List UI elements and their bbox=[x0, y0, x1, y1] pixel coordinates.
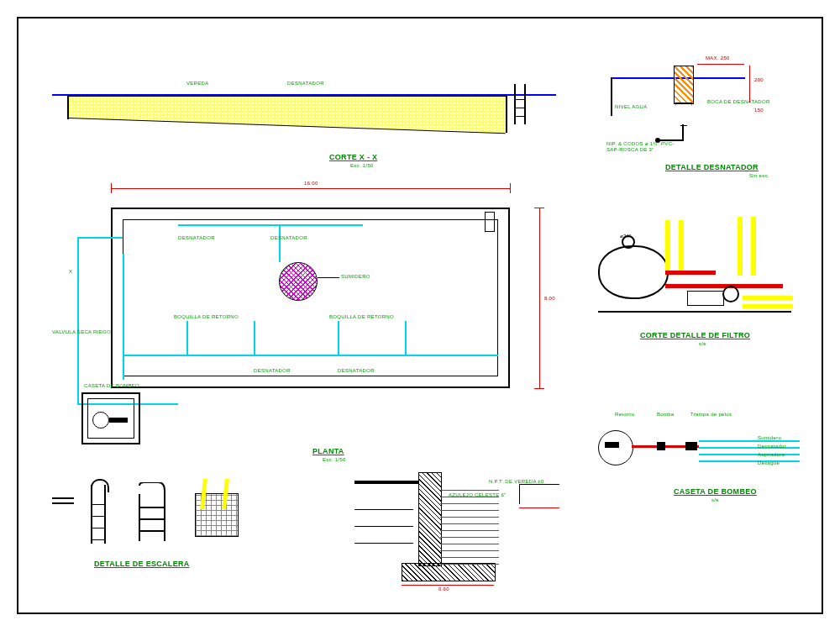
desnat-h1: 200 bbox=[754, 77, 764, 82]
sec-label-vereda: VEREDA bbox=[186, 81, 208, 86]
esc-rail2 bbox=[104, 485, 106, 544]
esc-step1 bbox=[91, 504, 106, 505]
pipe-top bbox=[178, 224, 363, 226]
pipe-2 bbox=[77, 237, 79, 405]
desnat-dim-v1 bbox=[749, 66, 750, 103]
esc-step2 bbox=[91, 516, 106, 517]
sec-ladder-step3 bbox=[514, 116, 526, 117]
plan-boq2: BOQUILLA DE RETORNO bbox=[329, 314, 394, 319]
caseta-desag: Desague bbox=[758, 460, 780, 465]
filtro-tank bbox=[598, 245, 669, 299]
filtro-pipe-v2 bbox=[679, 220, 684, 271]
sec-ladder-rail1 bbox=[514, 84, 516, 124]
dim-width-t2 bbox=[534, 388, 544, 389]
title-planta-scale: Esc. 1/50 bbox=[323, 457, 346, 462]
desnat-dim-top: MAX. 250 bbox=[706, 55, 730, 60]
esc-rail1 bbox=[91, 485, 92, 544]
muro-leader3 bbox=[354, 543, 413, 544]
muro-leader2 bbox=[354, 526, 413, 527]
plan-desnat2: DESNATADOR bbox=[270, 235, 307, 240]
sec-left bbox=[67, 96, 69, 119]
caseta-bomba: Bomba bbox=[657, 412, 675, 417]
muro-azulejo: AZULEJO CELESTE 6" bbox=[449, 492, 507, 497]
title-escalera: DETALLE DE ESCALERA bbox=[94, 560, 190, 568]
esc-top1 bbox=[52, 497, 74, 499]
pipe-drop3 bbox=[338, 321, 339, 355]
dim-width-line bbox=[539, 208, 540, 388]
pipe-top-drop bbox=[279, 224, 281, 262]
axis-x-left: X bbox=[69, 269, 72, 274]
inset-l bbox=[519, 484, 520, 504]
plan-desnat1: DESNATADOR bbox=[178, 235, 215, 240]
esc-top2 bbox=[52, 502, 74, 504]
pool-inner bbox=[123, 219, 498, 376]
caseta-filtro-label: Filtro bbox=[605, 442, 619, 448]
sec-label-desnatador: DESNATADOR bbox=[287, 81, 324, 86]
muro-dim-zapata: 0.60 bbox=[438, 586, 449, 592]
esc-arch bbox=[91, 479, 109, 492]
drain-leader bbox=[318, 277, 339, 278]
desnat-dim1 bbox=[697, 64, 744, 65]
drawing-sheet: VEREDA DESNATADOR CORTE X - X Esc. 1/50 … bbox=[0, 0, 840, 631]
muro-group: AZULEJO CELESTE 6" 0.60 bbox=[354, 472, 522, 590]
dim-length-t1 bbox=[111, 183, 112, 193]
plan-sumidero-label: SUMIDERO bbox=[341, 274, 370, 279]
caseta-pump-icon bbox=[109, 418, 128, 423]
sheet-frame: VEREDA DESNATADOR CORTE X - X Esc. 1/50 … bbox=[17, 17, 823, 614]
caseta-valve1 bbox=[657, 442, 665, 450]
sec-top bbox=[69, 96, 506, 97]
plan-desnat4: DESNATADOR bbox=[338, 368, 375, 373]
sec-right bbox=[506, 96, 507, 133]
desnat-body bbox=[674, 66, 694, 104]
pipe-drop2 bbox=[254, 321, 255, 355]
desnat-nivel: NIVEL AGUA bbox=[615, 104, 647, 109]
dim-length-line bbox=[111, 188, 510, 189]
pool-section-fill bbox=[69, 96, 506, 133]
inset-dim bbox=[519, 507, 559, 508]
muro-wall bbox=[418, 472, 442, 566]
muro-footing bbox=[402, 563, 496, 581]
muro-dim-base bbox=[402, 585, 494, 586]
desnat-funnel bbox=[675, 103, 692, 126]
title-corte-xx-scale: Esc. 1/50 bbox=[350, 163, 374, 168]
title-planta: PLANTA bbox=[312, 447, 344, 455]
caseta-cyan4 bbox=[699, 460, 800, 462]
filtro-floor bbox=[598, 311, 791, 313]
plan-desnat3: DESNATADOR bbox=[254, 368, 291, 373]
desnat-boca: BOCA DE DESNATADOR bbox=[707, 99, 770, 104]
desnat-wall-l bbox=[611, 77, 612, 116]
pipe-drop1 bbox=[186, 321, 188, 355]
plan-riego-label: VALVULA SECA RIEGO bbox=[52, 329, 111, 334]
inset-box bbox=[519, 484, 559, 509]
filtro-pump-round bbox=[722, 286, 739, 302]
filtro-pipe-v1 bbox=[665, 220, 670, 271]
caseta-filtro-circle bbox=[598, 430, 633, 465]
title-filtro: CORTE DETALLE DE FILTRO bbox=[640, 331, 750, 339]
filtro-diam: ø24" bbox=[620, 234, 632, 239]
filtro-out2 bbox=[743, 304, 793, 308]
dim-length-t2 bbox=[510, 183, 511, 193]
filtro-pump-box bbox=[687, 291, 724, 306]
esc-side bbox=[136, 482, 166, 544]
title-desnatador-sub: Sin esc. bbox=[749, 173, 769, 178]
title-caseta: CASETA DE BOMBEO bbox=[674, 487, 757, 496]
pipe-drop4 bbox=[405, 321, 407, 355]
filtro-pipe-h2 bbox=[665, 271, 716, 275]
caseta-filter-icon bbox=[92, 412, 109, 429]
plan-dim-length: 16.00 bbox=[304, 181, 318, 186]
plan-dim-width: 8.00 bbox=[544, 296, 555, 301]
drain-circle bbox=[279, 262, 318, 301]
sec-ladder-step2 bbox=[514, 108, 526, 108]
esc-step3 bbox=[91, 528, 106, 528]
caseta-trampa: Trampa de pelos bbox=[690, 412, 732, 417]
filtro-out1 bbox=[743, 296, 793, 300]
caseta-pump bbox=[685, 442, 697, 450]
desnat-pvc: NIP. & CODOS ø 1½" PVC-SAP-ROSCA DE 3" bbox=[606, 141, 682, 152]
plan-ladder bbox=[485, 212, 495, 232]
caseta-retorno: Retorno bbox=[615, 412, 634, 417]
title-corte-xx: CORTE X - X bbox=[329, 153, 377, 161]
muro-piso bbox=[354, 481, 418, 484]
muro-leader1 bbox=[354, 509, 413, 510]
sec-ladder-step1 bbox=[514, 99, 526, 100]
desnat-h2: 150 bbox=[754, 108, 764, 113]
